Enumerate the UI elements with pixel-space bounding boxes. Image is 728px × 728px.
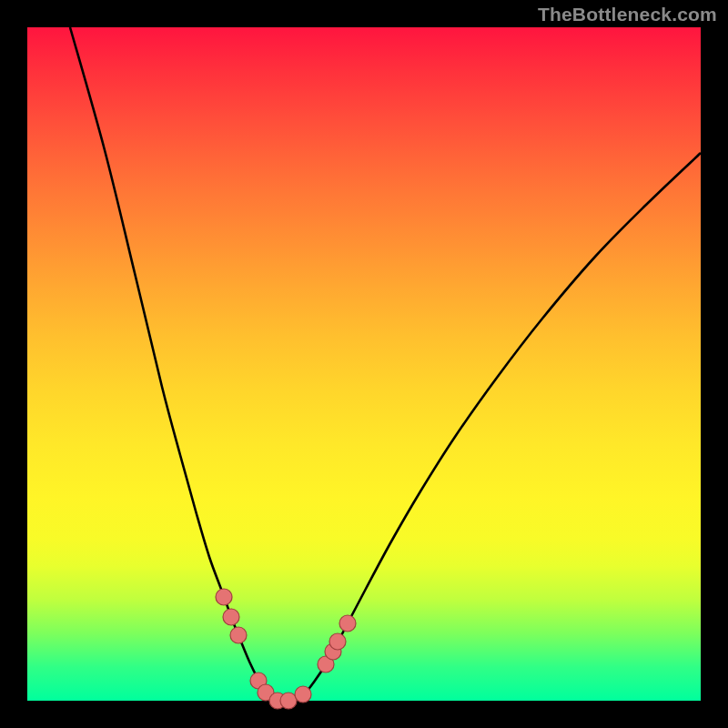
- chart-plot-area: [27, 27, 701, 701]
- bottleneck-curve: [70, 27, 701, 702]
- curve-marker: [339, 615, 356, 632]
- chart-frame: TheBottleneck.com: [0, 0, 728, 728]
- curve-marker: [295, 686, 311, 703]
- curve-markers: [216, 589, 356, 709]
- chart-svg: [27, 27, 701, 701]
- curve-marker: [216, 589, 232, 605]
- curve-marker: [280, 693, 297, 709]
- watermark-text: TheBottleneck.com: [538, 4, 717, 25]
- curve-marker: [329, 633, 346, 650]
- curve-marker: [223, 609, 239, 625]
- curve-marker: [230, 627, 247, 643]
